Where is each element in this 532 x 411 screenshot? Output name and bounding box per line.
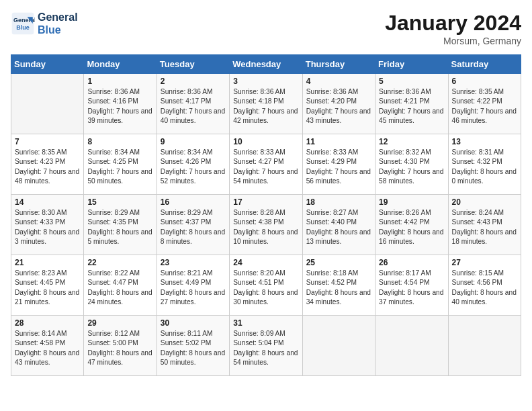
day-number: 15: [87, 197, 152, 207]
logo: General Blue General Blue: [11, 11, 78, 36]
calendar-cell: [11, 74, 84, 134]
calendar-week-row: 14Sunrise: 8:30 AMSunset: 4:33 PMDayligh…: [11, 195, 521, 255]
calendar-cell: 7Sunrise: 8:35 AMSunset: 4:23 PMDaylight…: [11, 134, 84, 195]
calendar-cell: 10Sunrise: 8:33 AMSunset: 4:27 PMDayligh…: [230, 134, 302, 195]
day-number: 10: [233, 137, 298, 146]
calendar-cell: 16Sunrise: 8:29 AMSunset: 4:37 PMDayligh…: [157, 195, 229, 255]
weekday-header-monday: Monday: [84, 55, 157, 74]
logo-icon: General Blue: [11, 11, 35, 36]
cell-content: Sunrise: 8:09 AMSunset: 5:04 PMDaylight:…: [233, 329, 298, 367]
cell-content: Sunrise: 8:36 AMSunset: 4:21 PMDaylight:…: [379, 87, 444, 126]
day-number: 21: [15, 258, 80, 267]
day-number: 2: [161, 77, 226, 86]
day-number: 29: [87, 318, 152, 328]
day-number: 8: [87, 137, 152, 146]
calendar-cell: 17Sunrise: 8:28 AMSunset: 4:38 PMDayligh…: [230, 195, 302, 255]
calendar-cell: 25Sunrise: 8:18 AMSunset: 4:52 PMDayligh…: [302, 255, 375, 316]
day-number: 22: [87, 258, 152, 267]
day-number: 17: [233, 197, 298, 207]
calendar-cell: 5Sunrise: 8:36 AMSunset: 4:21 PMDaylight…: [375, 74, 448, 134]
weekday-header-saturday: Saturday: [448, 55, 521, 74]
cell-content: Sunrise: 8:14 AMSunset: 4:58 PMDaylight:…: [15, 329, 80, 367]
day-number: 1: [87, 77, 152, 86]
calendar-cell: 15Sunrise: 8:29 AMSunset: 4:35 PMDayligh…: [84, 195, 157, 255]
calendar-cell: 9Sunrise: 8:34 AMSunset: 4:26 PMDaylight…: [157, 134, 229, 195]
calendar-cell: 26Sunrise: 8:17 AMSunset: 4:54 PMDayligh…: [375, 255, 448, 316]
calendar-cell: 19Sunrise: 8:26 AMSunset: 4:42 PMDayligh…: [375, 195, 448, 255]
page-header: General Blue General Blue January 2024 M…: [11, 11, 521, 46]
cell-content: Sunrise: 8:36 AMSunset: 4:17 PMDaylight:…: [161, 87, 226, 126]
weekday-header-sunday: Sunday: [11, 55, 84, 74]
cell-content: Sunrise: 8:33 AMSunset: 4:29 PMDaylight:…: [306, 148, 371, 186]
title-block: January 2024 Morsum, Germany: [385, 11, 521, 46]
calendar-cell: 14Sunrise: 8:30 AMSunset: 4:33 PMDayligh…: [11, 195, 84, 255]
day-number: 25: [306, 258, 371, 267]
calendar-cell: 2Sunrise: 8:36 AMSunset: 4:17 PMDaylight…: [157, 74, 229, 134]
calendar-cell: 1Sunrise: 8:36 AMSunset: 4:16 PMDaylight…: [84, 74, 157, 134]
day-number: 24: [233, 258, 298, 267]
cell-content: Sunrise: 8:23 AMSunset: 4:45 PMDaylight:…: [15, 269, 80, 307]
calendar-cell: 29Sunrise: 8:12 AMSunset: 5:00 PMDayligh…: [84, 316, 157, 376]
cell-content: Sunrise: 8:28 AMSunset: 4:38 PMDaylight:…: [233, 208, 298, 246]
day-number: 23: [161, 258, 226, 267]
cell-content: Sunrise: 8:20 AMSunset: 4:51 PMDaylight:…: [233, 269, 298, 307]
day-number: 6: [452, 77, 517, 86]
cell-content: Sunrise: 8:24 AMSunset: 4:43 PMDaylight:…: [452, 208, 517, 246]
day-number: 20: [452, 197, 517, 207]
calendar-cell: 28Sunrise: 8:14 AMSunset: 4:58 PMDayligh…: [11, 316, 84, 376]
cell-content: Sunrise: 8:26 AMSunset: 4:42 PMDaylight:…: [379, 208, 444, 246]
day-number: 27: [452, 258, 517, 267]
weekday-header-tuesday: Tuesday: [157, 55, 229, 74]
calendar-cell: 12Sunrise: 8:32 AMSunset: 4:30 PMDayligh…: [375, 134, 448, 195]
calendar-cell: [302, 316, 375, 376]
calendar-cell: 22Sunrise: 8:22 AMSunset: 4:47 PMDayligh…: [84, 255, 157, 316]
cell-content: Sunrise: 8:27 AMSunset: 4:40 PMDaylight:…: [306, 208, 371, 246]
calendar-cell: [448, 316, 521, 376]
day-number: 4: [306, 77, 371, 86]
location: Morsum, Germany: [385, 36, 521, 46]
calendar-cell: 11Sunrise: 8:33 AMSunset: 4:29 PMDayligh…: [302, 134, 375, 195]
cell-content: Sunrise: 8:30 AMSunset: 4:33 PMDaylight:…: [15, 208, 80, 246]
day-number: 16: [161, 197, 226, 207]
cell-content: Sunrise: 8:36 AMSunset: 4:16 PMDaylight:…: [87, 87, 152, 126]
calendar-week-row: 7Sunrise: 8:35 AMSunset: 4:23 PMDaylight…: [11, 134, 521, 195]
day-number: 12: [379, 137, 444, 146]
cell-content: Sunrise: 8:18 AMSunset: 4:52 PMDaylight:…: [306, 269, 371, 307]
cell-content: Sunrise: 8:11 AMSunset: 5:02 PMDaylight:…: [161, 329, 226, 367]
cell-content: Sunrise: 8:12 AMSunset: 5:00 PMDaylight:…: [87, 329, 152, 367]
cell-content: Sunrise: 8:34 AMSunset: 4:25 PMDaylight:…: [87, 148, 152, 186]
calendar-cell: 4Sunrise: 8:36 AMSunset: 4:20 PMDaylight…: [302, 74, 375, 134]
cell-content: Sunrise: 8:36 AMSunset: 4:20 PMDaylight:…: [306, 87, 371, 126]
day-number: 7: [15, 137, 80, 146]
calendar-cell: 21Sunrise: 8:23 AMSunset: 4:45 PMDayligh…: [11, 255, 84, 316]
cell-content: Sunrise: 8:29 AMSunset: 4:37 PMDaylight:…: [161, 208, 226, 246]
day-number: 19: [379, 197, 444, 207]
weekday-header-thursday: Thursday: [302, 55, 375, 74]
calendar-cell: 6Sunrise: 8:35 AMSunset: 4:22 PMDaylight…: [448, 74, 521, 134]
weekday-header-wednesday: Wednesday: [230, 55, 302, 74]
cell-content: Sunrise: 8:36 AMSunset: 4:18 PMDaylight:…: [233, 87, 298, 126]
calendar-cell: 27Sunrise: 8:15 AMSunset: 4:56 PMDayligh…: [448, 255, 521, 316]
cell-content: Sunrise: 8:15 AMSunset: 4:56 PMDaylight:…: [452, 269, 517, 307]
day-number: 28: [15, 318, 80, 328]
cell-content: Sunrise: 8:31 AMSunset: 4:32 PMDaylight:…: [452, 148, 517, 186]
calendar-cell: 3Sunrise: 8:36 AMSunset: 4:18 PMDaylight…: [230, 74, 302, 134]
day-number: 26: [379, 258, 444, 267]
logo-text: General Blue: [38, 11, 78, 36]
weekday-header-row: SundayMondayTuesdayWednesdayThursdayFrid…: [11, 55, 521, 74]
day-number: 13: [452, 137, 517, 146]
cell-content: Sunrise: 8:29 AMSunset: 4:35 PMDaylight:…: [87, 208, 152, 246]
cell-content: Sunrise: 8:35 AMSunset: 4:23 PMDaylight:…: [15, 148, 80, 186]
calendar-cell: 24Sunrise: 8:20 AMSunset: 4:51 PMDayligh…: [230, 255, 302, 316]
cell-content: Sunrise: 8:21 AMSunset: 4:49 PMDaylight:…: [161, 269, 226, 307]
calendar-week-row: 21Sunrise: 8:23 AMSunset: 4:45 PMDayligh…: [11, 255, 521, 316]
calendar-cell: 30Sunrise: 8:11 AMSunset: 5:02 PMDayligh…: [157, 316, 229, 376]
day-number: 11: [306, 137, 371, 146]
calendar-cell: [375, 316, 448, 376]
day-number: 31: [233, 318, 298, 328]
calendar-week-row: 1Sunrise: 8:36 AMSunset: 4:16 PMDaylight…: [11, 74, 521, 134]
day-number: 5: [379, 77, 444, 86]
day-number: 3: [233, 77, 298, 86]
cell-content: Sunrise: 8:22 AMSunset: 4:47 PMDaylight:…: [87, 269, 152, 307]
day-number: 14: [15, 197, 80, 207]
